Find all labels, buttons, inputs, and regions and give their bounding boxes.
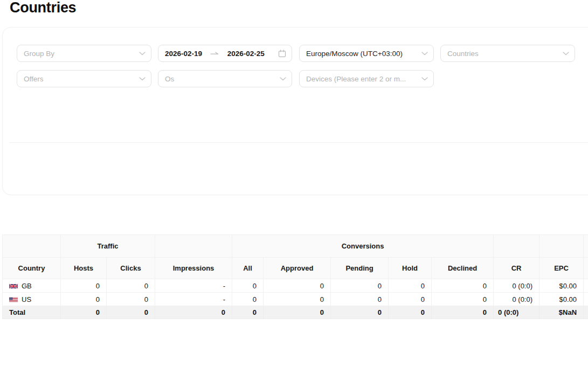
all-cell: 0 <box>232 306 264 319</box>
column-header-epc: EPC <box>539 258 584 279</box>
country-code: GB <box>22 282 32 290</box>
group-header-empty <box>155 235 232 258</box>
clicks-cell: 0 <box>107 306 155 319</box>
pending-cell: 0 <box>331 293 389 306</box>
epc-cell: $0.00 <box>539 293 584 306</box>
us-flag-icon <box>9 297 18 302</box>
group-by-select[interactable]: Group By <box>17 45 151 62</box>
column-header-cr: CR <box>494 258 539 279</box>
timezone-select[interactable]: Europe/Moscow (UTC+03:00) <box>299 45 434 62</box>
cr-cell: 0 (0:0) <box>494 293 539 306</box>
column-header-clicks: Clicks <box>107 258 155 279</box>
group-header-traffic: Traffic <box>61 235 155 258</box>
table-header-row: Country Hosts Clicks Impressions All App… <box>3 258 588 279</box>
clicks-cell: 0 <box>107 293 155 306</box>
date-range-start[interactable]: 2026-02-19 <box>165 50 202 58</box>
group-header-empty <box>494 235 539 258</box>
approved-cell: 0 <box>264 279 331 293</box>
epc-cell: $0.00 <box>539 279 584 293</box>
page-title: Countries <box>10 0 76 17</box>
column-header-impressions: Impressions <box>155 258 232 279</box>
offers-placeholder: Offers <box>24 75 135 83</box>
empty-cell <box>584 279 588 293</box>
countries-report-table: Traffic Conversions Country Hosts Clicks… <box>2 234 588 326</box>
empty-cell <box>584 306 588 319</box>
impressions-cell: - <box>155 279 232 293</box>
column-header-empty <box>584 258 588 279</box>
all-cell: 0 <box>232 279 264 293</box>
countries-select[interactable]: Countries <box>440 45 575 62</box>
column-header-hold: Hold <box>389 258 432 279</box>
column-header-pending: Pending <box>331 258 389 279</box>
panel-divider <box>9 142 588 143</box>
cr-cell: 0 (0:0) <box>494 306 539 319</box>
chevron-down-icon <box>280 77 286 81</box>
hold-cell: 0 <box>389 293 432 306</box>
column-header-hosts: Hosts <box>61 258 107 279</box>
column-header-declined: Declined <box>432 258 494 279</box>
hosts-cell: 0 <box>61 306 107 319</box>
devices-placeholder: Devices (Please enter 2 or m... <box>306 75 417 83</box>
column-header-approved: Approved <box>264 258 331 279</box>
os-placeholder: Os <box>165 75 275 83</box>
date-range-picker[interactable]: 2026-02-19 2026-02-25 <box>158 45 292 62</box>
country-cell: US <box>3 293 61 306</box>
group-header-empty <box>539 235 584 258</box>
epc-cell: $NaN <box>539 306 584 319</box>
clicks-cell: 0 <box>107 279 155 293</box>
arrow-right-icon <box>210 51 219 56</box>
table-row-us: US 0 0 - 0 0 0 0 0 0 (0:0) $0.00 <box>3 293 588 306</box>
calendar-icon <box>278 50 286 58</box>
total-label-cell: Total <box>3 306 61 319</box>
group-header-conversions: Conversions <box>232 235 494 258</box>
all-cell: 0 <box>232 293 264 306</box>
impressions-cell: - <box>155 293 232 306</box>
devices-select[interactable]: Devices (Please enter 2 or m... <box>299 70 434 87</box>
group-header-empty <box>3 235 61 258</box>
group-header-empty <box>584 235 588 258</box>
chevron-down-icon <box>139 52 146 56</box>
hold-cell: 0 <box>389 306 432 319</box>
chevron-down-icon <box>421 77 428 81</box>
hosts-cell: 0 <box>61 293 107 306</box>
chevron-down-icon <box>139 77 146 81</box>
column-header-all: All <box>232 258 264 279</box>
gb-flag-icon <box>9 284 18 289</box>
offers-select[interactable]: Offers <box>17 70 151 87</box>
column-header-country: Country <box>3 258 61 279</box>
declined-cell: 0 <box>432 279 494 293</box>
table-group-header-row: Traffic Conversions <box>3 235 588 258</box>
declined-cell: 0 <box>432 306 494 319</box>
pending-cell: 0 <box>331 306 389 319</box>
filter-panel: Group By 2026-02-19 2026-02-25 Europe/Mo… <box>2 27 588 195</box>
declined-cell: 0 <box>432 293 494 306</box>
cr-cell: 0 (0:0) <box>494 279 539 293</box>
timezone-value: Europe/Moscow (UTC+03:00) <box>306 50 417 58</box>
group-by-placeholder: Group By <box>24 50 135 58</box>
date-range-end[interactable]: 2026-02-25 <box>227 50 265 58</box>
country-cell: GB <box>3 279 61 293</box>
hosts-cell: 0 <box>61 279 107 293</box>
impressions-cell: 0 <box>155 306 232 319</box>
empty-cell <box>584 293 588 306</box>
table-total-row: Total 0 0 0 0 0 0 0 0 0 (0:0) $NaN <box>3 306 588 319</box>
chevron-down-icon <box>563 52 569 56</box>
country-code: US <box>22 295 31 303</box>
countries-placeholder: Countries <box>447 50 558 58</box>
pending-cell: 0 <box>331 279 389 293</box>
approved-cell: 0 <box>264 293 331 306</box>
hold-cell: 0 <box>389 279 432 293</box>
os-select[interactable]: Os <box>158 70 292 87</box>
table-row-gb: GB 0 0 - 0 0 0 0 0 0 (0:0) $0.00 <box>3 279 588 293</box>
approved-cell: 0 <box>264 306 331 319</box>
chevron-down-icon <box>421 52 428 56</box>
